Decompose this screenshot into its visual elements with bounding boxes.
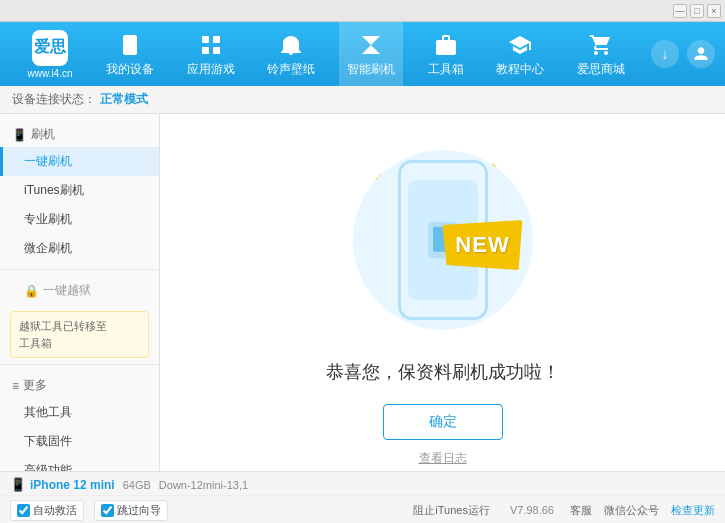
nav-item-tutorial[interactable]: 教程中心	[488, 22, 552, 86]
tools-icon	[432, 31, 460, 59]
device-name: iPhone 12 mini	[30, 478, 115, 492]
success-illustration: NEW ✦ ✦ ✦	[343, 140, 543, 340]
auto-rescue-label: 自动救活	[33, 503, 77, 518]
nav-label-shop: 爱思商城	[577, 61, 625, 78]
nav-item-flash[interactable]: 智能刷机	[339, 22, 403, 86]
confirm-button[interactable]: 确定	[383, 404, 503, 440]
log-link[interactable]: 查看日志	[419, 450, 467, 467]
skip-wizard-checkbox[interactable]	[101, 504, 114, 517]
maximize-button[interactable]: □	[690, 4, 704, 18]
version-text: V7.98.66	[510, 504, 554, 516]
more-icon: ≡	[12, 379, 19, 393]
nav-label-tools: 工具箱	[428, 61, 464, 78]
nav-item-apps[interactable]: 应用游戏	[179, 22, 243, 86]
apps-icon	[197, 31, 225, 59]
header: 爱思 www.i4.cn 我的设备 应用游戏 铃声壁纸	[0, 22, 725, 86]
sidebar-item-onekey[interactable]: 一键刷机	[0, 147, 159, 176]
bottom-area: 📱 iPhone 12 mini 64GB Down-12mini-13,1 自…	[0, 471, 725, 523]
sidebar-item-pro[interactable]: 专业刷机	[0, 205, 159, 234]
flash-icon	[357, 31, 385, 59]
nav-label-apps: 应用游戏	[187, 61, 235, 78]
auto-rescue-checkbox[interactable]	[17, 504, 30, 517]
device-row: 📱 iPhone 12 mini 64GB Down-12mini-13,1	[0, 472, 725, 496]
new-badge: NEW	[443, 220, 523, 270]
nav-label-tutorial: 教程中心	[496, 61, 544, 78]
sidebar-info-box: 越狱工具已转移至工具箱	[10, 311, 149, 358]
phone-icon: 📱	[12, 128, 27, 142]
nav-item-ringtone[interactable]: 铃声壁纸	[259, 22, 323, 86]
svg-rect-5	[213, 47, 220, 54]
sidebar-item-firmware[interactable]: 下载固件	[0, 427, 159, 456]
svg-rect-3	[213, 36, 220, 43]
sidebar-section-flash-label: 刷机	[31, 126, 55, 143]
lock-icon: 🔒	[24, 284, 39, 298]
device-icon	[116, 31, 144, 59]
logo[interactable]: 爱思 www.i4.cn	[10, 30, 90, 79]
close-button[interactable]: ×	[707, 4, 721, 18]
checkbox-skip-wizard[interactable]: 跳过向导	[94, 500, 168, 521]
sidebar-item-other[interactable]: 其他工具	[0, 398, 159, 427]
user-button[interactable]	[687, 40, 715, 68]
ringtone-icon	[277, 31, 305, 59]
logo-icon: 爱思	[32, 30, 68, 66]
device-system: Down-12mini-13,1	[159, 479, 248, 491]
skip-wizard-label: 跳过向导	[117, 503, 161, 518]
sidebar-section-more: ≡ 更多	[0, 371, 159, 398]
svg-rect-4	[202, 47, 209, 54]
wechat-link[interactable]: 微信公众号	[604, 503, 659, 518]
nav-item-device[interactable]: 我的设备	[98, 22, 162, 86]
sidebar-lock-jailbreak: 🔒 一键越狱	[0, 276, 159, 305]
sidebar-item-micro[interactable]: 微企刷机	[0, 234, 159, 263]
sidebar-item-itunes[interactable]: iTunes刷机	[0, 176, 159, 205]
divider-1	[0, 269, 159, 270]
nav-bar: 我的设备 应用游戏 铃声壁纸 智能刷机 工具箱	[90, 22, 641, 86]
divider-2	[0, 364, 159, 365]
tutorial-icon	[506, 31, 534, 59]
download-button[interactable]: ↓	[651, 40, 679, 68]
svg-rect-0	[123, 35, 137, 55]
device-storage: 64GB	[123, 479, 151, 491]
check-update-link[interactable]: 检查更新	[671, 503, 715, 518]
checkbox-auto-rescue[interactable]: 自动救活	[10, 500, 84, 521]
shop-icon	[587, 31, 615, 59]
status-value: 正常模式	[100, 91, 148, 108]
sub-header: 设备连接状态： 正常模式	[0, 86, 725, 114]
nav-label-ringtone: 铃声壁纸	[267, 61, 315, 78]
title-bar: — □ ×	[0, 0, 725, 22]
customer-service-link[interactable]: 客服	[570, 503, 592, 518]
header-right: ↓	[651, 40, 715, 68]
svg-rect-2	[202, 36, 209, 43]
logo-url: www.i4.cn	[27, 68, 72, 79]
nav-item-shop[interactable]: 爱思商城	[569, 22, 633, 86]
nav-item-tools[interactable]: 工具箱	[420, 22, 472, 86]
main-content: NEW ✦ ✦ ✦ 恭喜您，保资料刷机成功啦！ 确定 查看日志	[160, 114, 725, 493]
nav-label-flash: 智能刷机	[347, 61, 395, 78]
minimize-button[interactable]: —	[673, 4, 687, 18]
status-bar: 自动救活 跳过向导 阻止iTunes运行 V7.98.66 客服 微信公众号 检…	[0, 496, 725, 523]
sidebar: 📱 刷机 一键刷机 iTunes刷机 专业刷机 微企刷机 🔒 一键越狱 越狱工具…	[0, 114, 160, 493]
sidebar-section-flash: 📱 刷机	[0, 120, 159, 147]
status-label: 设备连接状态：	[12, 91, 96, 108]
device-phone-icon: 📱	[10, 477, 26, 492]
nav-label-device: 我的设备	[106, 61, 154, 78]
success-message: 恭喜您，保资料刷机成功啦！	[326, 360, 560, 384]
stop-itunes-label: 阻止iTunes运行	[413, 503, 490, 518]
middle-row: 📱 刷机 一键刷机 iTunes刷机 专业刷机 微企刷机 🔒 一键越狱 越狱工具…	[0, 114, 725, 493]
